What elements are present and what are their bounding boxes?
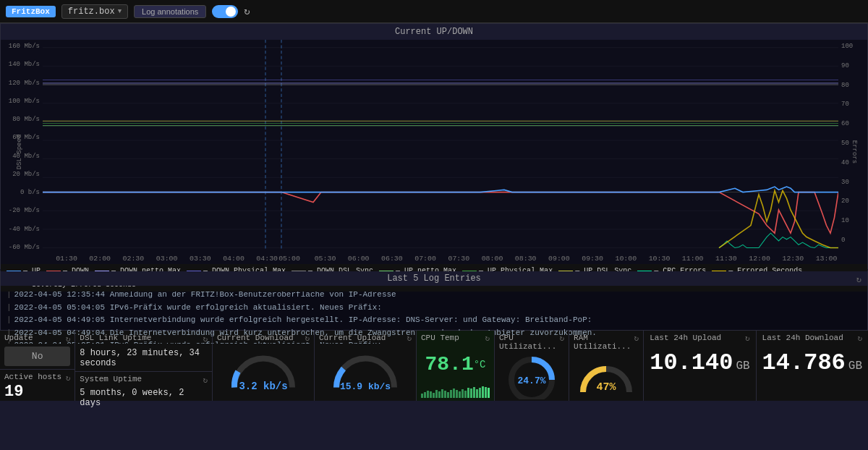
cpu-temp-sparkline bbox=[421, 385, 490, 398]
cpu-util-svg: 24.7% bbox=[503, 352, 561, 399]
cpu-temp-unit: °C bbox=[474, 359, 486, 370]
ram-util-refresh-icon[interactable]: ↻ bbox=[634, 334, 639, 352]
cpu-temp-display: 78.1 °C bbox=[421, 344, 490, 385]
last-24h-download-unit: GB bbox=[848, 360, 862, 373]
update-refresh-icon[interactable]: ↻ bbox=[66, 334, 71, 344]
ul-header: Current Upload ↻ bbox=[319, 334, 412, 344]
cpu-util-panel: CPU Utilizati... ↻ 24.7% bbox=[495, 331, 569, 401]
svg-rect-47 bbox=[438, 391, 441, 398]
svg-rect-41 bbox=[421, 394, 423, 398]
svg-text:02:30: 02:30 bbox=[123, 255, 145, 263]
last-24h-upload-unit: GB bbox=[736, 360, 749, 373]
dsl-uptime-title: DSL Link Uptime bbox=[80, 334, 151, 342]
chart-svg: 01:30 02:00 02:30 03:00 03:30 04:00 04:3… bbox=[43, 40, 838, 264]
log-entry-2: 2022-04-05 05:04:05 IPv6-Präfix wurde er… bbox=[14, 302, 382, 315]
svg-text:02:00: 02:00 bbox=[89, 255, 111, 263]
svg-rect-54 bbox=[459, 391, 461, 398]
svg-rect-59 bbox=[473, 387, 475, 398]
current-upload-refresh-icon[interactable]: ↻ bbox=[407, 334, 412, 344]
current-upload-title: Current Upload bbox=[319, 334, 386, 342]
system-uptime-title: System Uptime bbox=[80, 375, 142, 383]
upload-gauge: 15.9 kb/s bbox=[319, 344, 412, 398]
svg-text:04:00: 04:00 bbox=[223, 255, 244, 263]
dsl-uptime-header: DSL Link Uptime ↻ bbox=[80, 334, 208, 344]
current-download-panel: Current Download ↻ 3.2 kb/s bbox=[213, 331, 315, 401]
svg-rect-43 bbox=[427, 391, 429, 398]
svg-text:06:30: 06:30 bbox=[381, 255, 403, 263]
svg-text:09:00: 09:00 bbox=[548, 255, 570, 263]
errors-axis-label: Errors bbox=[851, 140, 858, 164]
svg-text:10:30: 10:30 bbox=[649, 255, 671, 263]
download-gauge-svg: 3.2 kb/s bbox=[227, 349, 299, 393]
update-header: Update ↻ bbox=[4, 334, 70, 344]
log-title: Last 5 Log Entries ↻ bbox=[1, 271, 867, 286]
download-24h-header: Last 24h Download ↻ bbox=[762, 334, 862, 344]
svg-rect-42 bbox=[424, 392, 426, 398]
svg-text:03:00: 03:00 bbox=[156, 255, 178, 263]
svg-text:09:30: 09:30 bbox=[582, 255, 603, 263]
svg-rect-60 bbox=[476, 389, 478, 398]
updown-chart-container: DSL Speed 160 Mb/s 140 Mb/s 120 Mb/s 100… bbox=[1, 40, 867, 264]
cpu-util-refresh-icon[interactable]: ↻ bbox=[559, 334, 564, 352]
update-activehosts-panel: Update ↻ No Active hosts ↻ 19 bbox=[0, 331, 75, 401]
svg-rect-62 bbox=[482, 386, 484, 398]
last-24h-download-panel: Last 24h Download ↻ 14.786 GB bbox=[757, 331, 868, 401]
log-refresh-icon[interactable]: ↻ bbox=[856, 274, 861, 285]
log-annotations-button[interactable]: Log annotations bbox=[134, 5, 206, 18]
cpu-util-header: CPU Utilizati... ↻ bbox=[499, 334, 564, 352]
uptime-panel: DSL Link Uptime ↻ 8 hours, 23 minutes, 3… bbox=[75, 331, 213, 401]
log-section: Last 5 Log Entries ↻ |2022-04-05 12:35:4… bbox=[0, 271, 868, 330]
last-24h-download-value: 14.786 bbox=[762, 349, 846, 376]
ram-util-header: RAM Utilizati... ↻ bbox=[574, 334, 639, 352]
cpu-temp-header: CPU Temp ↻ bbox=[421, 334, 490, 344]
active-hosts-value: 19 bbox=[4, 383, 70, 401]
last-24h-upload-refresh-icon[interactable]: ↻ bbox=[745, 334, 750, 344]
log-line-3: |2022-04-05 04:49:05 Internetverbindung … bbox=[7, 314, 861, 327]
svg-text:07:30: 07:30 bbox=[448, 255, 469, 263]
svg-text:08:00: 08:00 bbox=[482, 255, 503, 263]
log-title-text: Last 5 Log Entries bbox=[387, 273, 481, 284]
download-gauge: 3.2 kb/s bbox=[217, 344, 310, 398]
current-download-refresh-icon[interactable]: ↻ bbox=[305, 334, 310, 344]
system-uptime-value: 5 months, 0 weeks, 2 days bbox=[80, 388, 208, 408]
upload-gauge-svg: 15.9 kb/s bbox=[329, 349, 401, 393]
device-selector[interactable]: fritz.box ▼ bbox=[61, 4, 128, 19]
header: FritzBox fritz.box ▼ Log annotations ↻ bbox=[0, 0, 868, 23]
active-hosts-refresh-icon[interactable]: ↻ bbox=[66, 373, 71, 383]
update-title: Update bbox=[4, 334, 33, 342]
y-axis-right: Errors 100 90 80 70 60 50 40 30 20 10 0 bbox=[838, 40, 867, 264]
cpu-temp-title: CPU Temp bbox=[421, 334, 459, 342]
svg-rect-50 bbox=[447, 392, 449, 398]
ram-util-gauge: 47% bbox=[574, 352, 639, 399]
last-24h-download-refresh-icon[interactable]: ↻ bbox=[857, 334, 862, 344]
y-left-label-left: DSL Speed bbox=[16, 135, 23, 170]
cpu-temp-refresh-icon[interactable]: ↻ bbox=[485, 334, 490, 344]
current-download-title: Current Download bbox=[217, 334, 294, 342]
svg-text:12:00: 12:00 bbox=[749, 255, 770, 263]
svg-text:12:30: 12:30 bbox=[782, 255, 804, 263]
device-name: fritz.box bbox=[68, 7, 115, 17]
last-24h-download-title: Last 24h Download bbox=[762, 334, 843, 342]
upload-24h-value-group: 10.140 GB bbox=[650, 349, 749, 376]
chart-area: 01:30 02:00 02:30 03:00 03:30 04:00 04:3… bbox=[43, 40, 838, 264]
system-uptime-refresh-icon[interactable]: ↻ bbox=[203, 375, 208, 385]
log-toggle[interactable] bbox=[212, 5, 238, 18]
system-uptime-header: System Uptime ↻ bbox=[80, 375, 208, 385]
svg-rect-46 bbox=[435, 390, 438, 398]
svg-text:08:30: 08:30 bbox=[515, 255, 537, 263]
svg-text:3.2 kb/s: 3.2 kb/s bbox=[239, 380, 287, 391]
active-hosts-panel: Active hosts ↻ 19 bbox=[0, 369, 75, 404]
log-line-2: |2022-04-05 05:04:05 IPv6-Präfix wurde e… bbox=[7, 302, 861, 315]
svg-rect-48 bbox=[441, 389, 443, 398]
svg-text:04:30: 04:30 bbox=[256, 255, 278, 263]
svg-text:06:00: 06:00 bbox=[348, 255, 370, 263]
dsl-uptime-value: 8 hours, 23 minutes, 34 seconds bbox=[80, 348, 208, 368]
svg-rect-64 bbox=[488, 388, 490, 398]
dsl-uptime-refresh-icon[interactable]: ↻ bbox=[203, 334, 208, 344]
header-refresh-icon[interactable]: ↻ bbox=[244, 5, 250, 17]
svg-rect-45 bbox=[433, 393, 435, 398]
cpu-util-title: CPU Utilizati... bbox=[499, 334, 559, 351]
svg-rect-63 bbox=[485, 387, 487, 398]
svg-text:05:30: 05:30 bbox=[315, 255, 336, 263]
svg-text:15.9 kb/s: 15.9 kb/s bbox=[340, 381, 391, 391]
